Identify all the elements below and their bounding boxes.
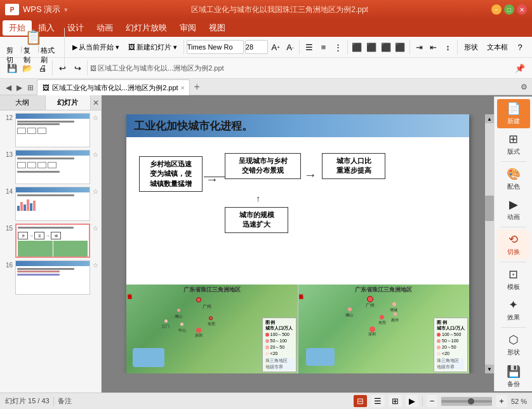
slide-scrollbar[interactable]: ▲ ▼ [485, 114, 494, 373]
indent-decrease-button[interactable]: ⇤ [427, 40, 440, 54]
font-size-down-button[interactable]: A- [284, 40, 297, 54]
tab-bar-icon3[interactable]: ⊞ [25, 83, 36, 93]
separator3 [347, 39, 348, 55]
redo-button[interactable]: ↪ [70, 61, 84, 75]
scroll-down-button[interactable]: ▼ [485, 365, 494, 373]
line-spacing-button[interactable]: ↕ [441, 40, 455, 54]
slide-area[interactable]: 工业化加快城市化进程。 乡村地区迅速变为城镇，使城镇数量猛增 → 呈现城市与乡村… [102, 95, 532, 392]
zoom-thumb[interactable] [468, 398, 474, 405]
start-from-button[interactable]: ▶ 从当前开始 ▾ [69, 41, 123, 54]
undo-button[interactable]: ↩ [55, 61, 69, 75]
menu-item-slideshow[interactable]: 幻灯片放映 [119, 20, 173, 36]
tab-bar-icon2[interactable]: ▶ [15, 83, 24, 93]
tab-file-icon: 🖼 [43, 84, 50, 91]
tab-options-button[interactable]: ⚙ [519, 82, 529, 92]
right-tool-layout[interactable]: ⊞ 版式 [497, 130, 530, 159]
slide-thumbnails[interactable]: 12 ☆ 13 [0, 111, 101, 392]
connector-1 [204, 177, 225, 177]
zoom-out-button[interactable]: − [427, 395, 438, 407]
separator2 [299, 39, 300, 55]
align-right-button[interactable]: ⬛ [379, 40, 392, 54]
shape-button[interactable]: 形状 [460, 41, 482, 54]
indent-increase-button[interactable]: ⇥ [413, 40, 426, 54]
zoom-in-button[interactable]: + [496, 395, 507, 407]
tab-close-button[interactable]: × [181, 84, 185, 91]
right-tool-backup[interactable]: 💾 备份 [497, 362, 530, 391]
slide-thumb-14[interactable]: 14 [3, 187, 98, 221]
template-label: 模板 [507, 283, 520, 292]
align-justify-button[interactable]: ⬛ [394, 40, 407, 54]
slide-thumb-16[interactable]: 16 ☆ [3, 260, 98, 295]
textbox-button[interactable]: 文本框 [483, 41, 512, 54]
current-file-tab[interactable]: 🖼 区域工业化与城市化以...洲地区为例2.ppt × [37, 79, 190, 95]
font-size-up-button[interactable]: A+ [269, 40, 283, 54]
align-left-button[interactable]: ⬛ [350, 40, 364, 54]
list-style-button[interactable]: ⋮ [331, 40, 345, 54]
help-button[interactable]: ? [513, 40, 527, 54]
water-area-right [306, 348, 335, 366]
city-label-zhongshan: 中山 [178, 328, 186, 333]
right-tool-effect[interactable]: ✦ 效果 [497, 295, 530, 325]
tab-outline[interactable]: 大纲 [0, 95, 46, 110]
right-tool-template[interactable]: ⊡ 模板 [497, 265, 530, 294]
pin-button[interactable]: 📌 [513, 61, 527, 75]
menu-item-view[interactable]: 视图 [203, 20, 232, 36]
menu-item-animation[interactable]: 动画 [90, 20, 119, 36]
zoom-track[interactable] [441, 400, 492, 403]
numbered-list-button[interactable]: ≡ [317, 40, 330, 54]
shape-icon: ⬡ [509, 333, 519, 347]
tab-bar: ◀ ▶ ⊞ 🖼 区域工业化与城市化以...洲地区为例2.ppt × + ⚙ [0, 79, 532, 95]
slide-thumb-12[interactable]: 12 ☆ [3, 113, 98, 147]
flow-box-4[interactable]: 城市人口比重逐步提高 [322, 153, 385, 179]
bullet-list-button[interactable]: ☰ [302, 40, 316, 54]
city-label-r-shenzhen: 深圳 [368, 332, 376, 337]
slide-canvas[interactable]: 工业化加快城市化进程。 乡村地区迅速变为城镇，使城镇数量猛增 → 呈现城市与乡村… [126, 114, 469, 373]
right-tool-new[interactable]: 📄 新建 [497, 99, 530, 128]
flow-box-2[interactable]: 呈现城市与乡村交错分布景观 [225, 153, 301, 179]
minimize-button[interactable]: − [491, 4, 502, 15]
close-button[interactable]: ✕ [517, 4, 527, 15]
outline-view-button[interactable]: ☰ [371, 395, 385, 407]
city-label-r-huizhou: 惠州 [391, 318, 399, 323]
add-tab-button[interactable]: + [190, 79, 203, 95]
scroll-thumb[interactable] [485, 196, 494, 221]
right-tool-shape[interactable]: ⬡ 形状 [497, 330, 530, 359]
star-13: ☆ [93, 151, 98, 158]
normal-view-button[interactable]: ⊟ [354, 395, 367, 407]
menu-item-review[interactable]: 审阅 [173, 20, 203, 36]
reading-view-button[interactable]: ▶ [406, 395, 418, 407]
open-button[interactable]: 📂 [20, 61, 34, 75]
animation-label: 动画 [507, 213, 520, 222]
map-legend-left: 图 例 城市人口/万人 100～500 50～100 20～50 <20 珠三角… [262, 318, 296, 372]
paste-button[interactable]: 📋 [25, 29, 42, 46]
flow-box-3[interactable]: 城市的规模迅速扩大 [225, 207, 288, 233]
panel-close-button[interactable]: ✕ [91, 95, 101, 110]
zoom-slider[interactable] [441, 397, 492, 406]
tab-slides[interactable]: 幻灯片 [46, 95, 91, 110]
slide-sorter-button[interactable]: ⊞ [389, 395, 402, 407]
notes-label[interactable]: 备注 [58, 396, 72, 406]
tab-bar-icon1[interactable]: ◀ [4, 83, 13, 93]
city-dot-r-huizhou [394, 312, 397, 316]
align-center-button[interactable]: ⬛ [364, 40, 378, 54]
breadcrumb-label: 🖼 [90, 65, 96, 72]
right-tool-switch[interactable]: ⟲ 切换 [497, 230, 530, 259]
city-dot-r-zengcheng [392, 302, 396, 306]
right-tool-animation[interactable]: ▶ 动画 [497, 195, 530, 224]
scroll-track[interactable] [485, 123, 494, 365]
new-slide-button[interactable]: 🖼 新建幻灯片 ▾ [124, 41, 181, 54]
flow-box-1[interactable]: 乡村地区迅速变为城镇，使城镇数量猛增 [139, 156, 203, 192]
right-tool-color[interactable]: 🎨 配色 [497, 164, 530, 194]
slide-thumb-13[interactable]: 13 ☆ [3, 150, 98, 184]
print-button[interactable]: 🖨 [36, 61, 50, 75]
slide-thumb-15[interactable]: 15 乡 → 呈 → 城 [3, 224, 98, 258]
font-size-input[interactable] [245, 40, 268, 54]
maximize-button[interactable]: □ [504, 4, 514, 15]
menu-item-design[interactable]: 设计 [61, 20, 90, 36]
save-button[interactable]: 💾 [5, 61, 19, 75]
font-name-input[interactable] [187, 40, 244, 54]
map-left: 广州 东莞 佛山 深圳 江门 中山 广西壮族自治区 [126, 285, 298, 373]
slide-image-16 [15, 260, 90, 295]
scroll-up-button[interactable]: ▲ [485, 114, 494, 123]
effect-icon: ✦ [509, 298, 518, 312]
